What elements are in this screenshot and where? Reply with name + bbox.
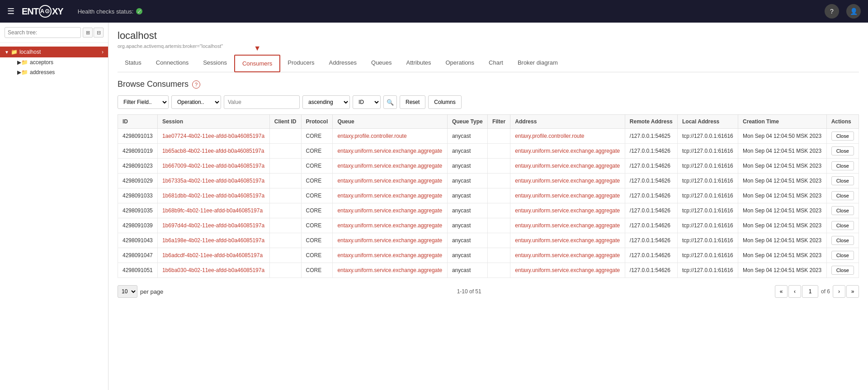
close-button[interactable]: Close bbox=[831, 221, 854, 230]
filter-value-input[interactable] bbox=[224, 95, 300, 109]
tree-chevron: › bbox=[102, 49, 104, 55]
cell-actions: Close bbox=[826, 188, 859, 203]
cell-address[interactable]: entaxy.uniform.service.exchange.aggregat… bbox=[510, 263, 625, 278]
cell-address[interactable]: entaxy.uniform.service.exchange.aggregat… bbox=[510, 233, 625, 248]
cell-address[interactable]: entaxy.uniform.service.exchange.aggregat… bbox=[510, 203, 625, 218]
sidebar-item-acceptors[interactable]: ▶ 📁 acceptors bbox=[13, 57, 108, 67]
tab-queues[interactable]: Queues bbox=[364, 55, 399, 71]
current-page-input[interactable] bbox=[802, 285, 818, 298]
cell-filter bbox=[487, 233, 510, 248]
cell-id: 4298091023 bbox=[118, 159, 158, 174]
tab-bar: Status Connections Sessions ▼ Consumers … bbox=[118, 54, 859, 72]
cell-queue[interactable]: entaxy.uniform.service.exchange.aggregat… bbox=[333, 144, 448, 159]
tab-chart[interactable]: Chart bbox=[481, 55, 510, 71]
cell-id: 4298091029 bbox=[118, 174, 158, 188]
cell-queue-type: anycast bbox=[447, 248, 487, 263]
first-page-button[interactable]: « bbox=[775, 285, 788, 298]
avatar[interactable]: 👤 bbox=[846, 4, 861, 19]
cell-actions: Close bbox=[826, 144, 859, 159]
cell-protocol: CORE bbox=[301, 174, 333, 188]
last-page-button[interactable]: » bbox=[846, 285, 859, 298]
cell-queue[interactable]: entaxy.uniform.service.exchange.aggregat… bbox=[333, 203, 448, 218]
tab-producers[interactable]: Producers bbox=[280, 55, 321, 71]
cell-queue-type: anycast bbox=[447, 218, 487, 233]
expand-tree-button[interactable]: ⊞ bbox=[83, 28, 93, 38]
close-button[interactable]: Close bbox=[831, 132, 854, 141]
cell-actions: Close bbox=[826, 203, 859, 218]
cell-creation-time: Mon Sep 04 12:04:50 MSK 2023 bbox=[738, 129, 827, 144]
cell-queue[interactable]: entaxy.uniform.service.exchange.aggregat… bbox=[333, 218, 448, 233]
close-button[interactable]: Close bbox=[831, 146, 854, 155]
tab-broker-diagram[interactable]: Broker diagram bbox=[510, 55, 565, 71]
table-row: 4298091019 1b65acb8-4b02-11ee-afdd-b0a46… bbox=[118, 144, 859, 159]
cell-address[interactable]: entaxy.uniform.service.exchange.aggregat… bbox=[510, 174, 625, 188]
menu-icon[interactable]: ☰ bbox=[7, 6, 14, 16]
cell-filter bbox=[487, 159, 510, 174]
sidebar-item-addresses[interactable]: ▶ 📁 addresses bbox=[13, 67, 108, 77]
cell-address[interactable]: entaxy.uniform.service.exchange.aggregat… bbox=[510, 218, 625, 233]
table-row: 4298091039 1b697d4d-4b02-11ee-afdd-b0a46… bbox=[118, 218, 859, 233]
sort-select[interactable]: ascending bbox=[302, 95, 350, 109]
close-button[interactable]: Close bbox=[831, 161, 854, 170]
cell-queue[interactable]: entaxy.uniform.service.exchange.aggregat… bbox=[333, 188, 448, 203]
cell-creation-time: Mon Sep 04 12:04:51 MSK 2023 bbox=[738, 218, 827, 233]
close-button[interactable]: Close bbox=[831, 206, 854, 215]
cell-filter bbox=[487, 174, 510, 188]
cell-queue-type: anycast bbox=[447, 203, 487, 218]
tab-status[interactable]: Status bbox=[118, 55, 149, 71]
cell-queue[interactable]: entaxy.uniform.service.exchange.aggregat… bbox=[333, 233, 448, 248]
prev-page-button[interactable]: ‹ bbox=[788, 285, 801, 298]
help-button[interactable]: ? bbox=[825, 4, 839, 19]
close-button[interactable]: Close bbox=[831, 176, 854, 185]
cell-client-id bbox=[269, 203, 301, 218]
columns-button[interactable]: Columns bbox=[428, 95, 461, 109]
cell-address[interactable]: entaxy.profile.controller.route bbox=[510, 129, 625, 144]
sort-id-select[interactable]: ID bbox=[353, 95, 381, 109]
cell-protocol: CORE bbox=[301, 159, 333, 174]
table-row: 4298091051 1b6ba030-4b02-11ee-afdd-b0a46… bbox=[118, 263, 859, 278]
close-button[interactable]: Close bbox=[831, 236, 854, 245]
cell-address[interactable]: entaxy.uniform.service.exchange.aggregat… bbox=[510, 248, 625, 263]
cell-actions: Close bbox=[826, 248, 859, 263]
cell-address[interactable]: entaxy.uniform.service.exchange.aggregat… bbox=[510, 144, 625, 159]
col-id: ID bbox=[118, 115, 158, 129]
cell-protocol: CORE bbox=[301, 188, 333, 203]
close-button[interactable]: Close bbox=[831, 191, 854, 200]
cell-queue-type: anycast bbox=[447, 144, 487, 159]
cell-address[interactable]: entaxy.uniform.service.exchange.aggregat… bbox=[510, 188, 625, 203]
search-button[interactable]: 🔍 bbox=[383, 95, 397, 109]
sidebar-item-localhost[interactable]: ▼ 📁 localhost › bbox=[0, 47, 108, 57]
search-input[interactable] bbox=[5, 27, 81, 38]
tab-addresses[interactable]: Addresses bbox=[322, 55, 364, 71]
per-page-select[interactable]: 10 25 50 bbox=[118, 285, 137, 298]
cell-queue[interactable]: entaxy.profile.controller.route bbox=[333, 129, 448, 144]
cell-address[interactable]: entaxy.uniform.service.exchange.aggregat… bbox=[510, 159, 625, 174]
cell-local-address: tcp://127.0.0.1:61616 bbox=[678, 188, 738, 203]
filter-field-select[interactable]: Filter Field.. bbox=[118, 95, 169, 109]
cell-session: 1b6adcdf-4b02-11ee-afdd-b0a46085197a bbox=[157, 248, 269, 263]
of-pages-label: of 6 bbox=[821, 288, 830, 295]
tab-operations[interactable]: Operations bbox=[439, 55, 482, 71]
cell-queue[interactable]: entaxy.uniform.service.exchange.aggregat… bbox=[333, 174, 448, 188]
browse-help-icon[interactable]: ? bbox=[192, 80, 200, 89]
cell-creation-time: Mon Sep 04 12:04:51 MSK 2023 bbox=[738, 203, 827, 218]
cell-queue[interactable]: entaxy.uniform.service.exchange.aggregat… bbox=[333, 159, 448, 174]
cell-local-address: tcp://127.0.0.1:61616 bbox=[678, 233, 738, 248]
cell-creation-time: Mon Sep 04 12:04:51 MSK 2023 bbox=[738, 233, 827, 248]
collapse-tree-button[interactable]: ⊟ bbox=[94, 28, 104, 38]
tab-connections[interactable]: Connections bbox=[149, 55, 196, 71]
filter-operation-select[interactable]: Operation.. bbox=[171, 95, 221, 109]
next-page-button[interactable]: › bbox=[833, 285, 845, 298]
tab-consumers[interactable]: Consumers bbox=[234, 55, 280, 72]
col-filter: Filter bbox=[487, 115, 510, 129]
cell-queue[interactable]: entaxy.uniform.service.exchange.aggregat… bbox=[333, 248, 448, 263]
col-protocol: Protocol bbox=[301, 115, 333, 129]
reset-button[interactable]: Reset bbox=[400, 95, 425, 109]
tab-sessions[interactable]: Sessions bbox=[196, 55, 234, 71]
close-button[interactable]: Close bbox=[831, 251, 854, 260]
cell-queue[interactable]: entaxy.uniform.service.exchange.aggregat… bbox=[333, 263, 448, 278]
cell-remote-address: /127.0.0.1:54626 bbox=[625, 218, 677, 233]
tab-attributes[interactable]: Attributes bbox=[399, 55, 439, 71]
cell-remote-address: /127.0.0.1:54626 bbox=[625, 159, 677, 174]
close-button[interactable]: Close bbox=[831, 266, 854, 275]
